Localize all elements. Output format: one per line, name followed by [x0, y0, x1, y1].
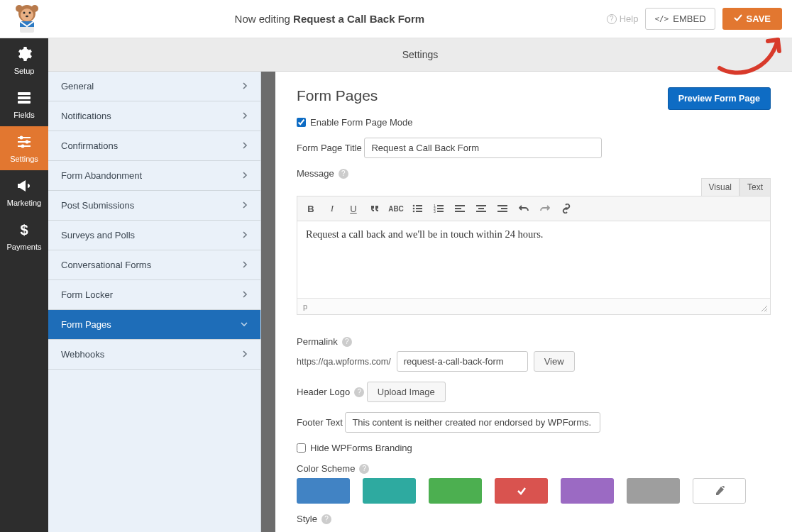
color-swatch[interactable]: [429, 478, 482, 504]
help-tooltip-icon[interactable]: ?: [339, 169, 348, 179]
chevron-right-icon: [242, 260, 248, 270]
settings-menu-label: Notifications: [61, 111, 111, 121]
underline-icon[interactable]: U: [346, 201, 361, 216]
settings-menu-item-general[interactable]: General: [48, 72, 260, 101]
svg-rect-35: [478, 208, 484, 209]
svg-text:$: $: [20, 222, 28, 238]
resize-handle-icon[interactable]: [761, 305, 768, 312]
strike-icon[interactable]: ABC: [388, 201, 404, 216]
panel-header: Settings: [48, 38, 792, 72]
embed-button[interactable]: </> EMBED: [645, 8, 715, 30]
align-left-icon[interactable]: [452, 201, 468, 216]
enable-form-page-mode-checkbox[interactable]: [297, 118, 306, 127]
wysiwyg-editor: B I U ABC 123: [297, 196, 771, 315]
permalink-view-button[interactable]: View: [534, 351, 575, 372]
permalink-prefix: https://qa.wpforms.com/: [297, 357, 391, 367]
nav-marketing[interactable]: Marketing: [0, 170, 48, 214]
align-center-icon[interactable]: [473, 201, 489, 216]
editing-prefix: Now editing: [235, 13, 294, 25]
color-swatch[interactable]: [297, 478, 350, 504]
sliders-icon: [0, 133, 48, 152]
panel-resize-gutter[interactable]: [261, 72, 275, 532]
italic-icon[interactable]: I: [324, 201, 340, 216]
settings-menu-item-confirmations[interactable]: Confirmations: [48, 131, 260, 161]
settings-menu-item-conversational-forms[interactable]: Conversational Forms: [48, 250, 260, 280]
svg-rect-10: [18, 96, 31, 99]
chevron-down-icon: [241, 319, 248, 330]
svg-rect-31: [455, 205, 465, 206]
link-icon[interactable]: [559, 201, 574, 216]
nav-payments[interactable]: $ Payments: [0, 214, 48, 258]
svg-rect-33: [455, 211, 465, 212]
color-swatch[interactable]: [561, 478, 614, 504]
chevron-right-icon: [242, 349, 248, 360]
top-bar: Now editing Request a Call Back Form ? H…: [0, 0, 792, 38]
svg-rect-39: [497, 211, 507, 212]
settings-menu-item-post-submissions[interactable]: Post Submissions: [48, 191, 260, 221]
hide-branding-checkbox[interactable]: [297, 443, 306, 453]
nav-setup[interactable]: Setup: [0, 38, 48, 82]
bold-icon[interactable]: B: [303, 201, 319, 216]
settings-menu-item-form-locker[interactable]: Form Locker: [48, 280, 260, 310]
settings-menu-item-form-pages[interactable]: Form Pages: [48, 310, 260, 340]
save-button[interactable]: SAVE: [722, 8, 782, 30]
color-swatch[interactable]: [363, 478, 416, 504]
editor-tab-text[interactable]: Text: [739, 178, 771, 196]
svg-rect-24: [416, 211, 422, 212]
svg-rect-26: [437, 205, 444, 206]
svg-rect-22: [416, 208, 422, 209]
svg-rect-11: [18, 101, 31, 104]
nav-fields[interactable]: Fields: [0, 82, 48, 126]
svg-point-16: [26, 140, 29, 144]
help-tooltip-icon[interactable]: ?: [354, 387, 364, 397]
bullet-list-icon[interactable]: [409, 201, 425, 216]
svg-point-21: [413, 208, 415, 210]
check-icon: [734, 13, 742, 24]
blockquote-icon[interactable]: [367, 201, 383, 216]
bullhorn-icon: [0, 177, 48, 196]
chevron-right-icon: [242, 81, 248, 92]
chevron-right-icon: [242, 200, 248, 211]
permalink-slug-input[interactable]: [397, 351, 528, 372]
enable-form-page-mode-wrap[interactable]: Enable Form Page Mode: [297, 117, 771, 128]
panel-area: Settings GeneralNotificationsConfirmatio…: [48, 38, 792, 532]
help-tooltip-icon[interactable]: ?: [359, 464, 369, 474]
color-swatch[interactable]: [495, 478, 548, 504]
nav-settings[interactable]: Settings: [0, 126, 48, 170]
color-scheme-label: Color Scheme ?: [297, 463, 369, 474]
upload-image-button[interactable]: Upload Image: [367, 382, 446, 402]
preview-form-page-button[interactable]: Preview Form Page: [668, 87, 771, 110]
svg-point-23: [413, 211, 415, 213]
chevron-right-icon: [242, 230, 248, 240]
permalink-label: Permalink ?: [297, 336, 352, 347]
color-picker-button[interactable]: [693, 478, 746, 504]
message-label: Message ?: [297, 168, 348, 179]
editor-status-bar: p: [297, 298, 770, 314]
hide-branding-wrap[interactable]: Hide WPForms Branding: [297, 443, 771, 453]
help-link[interactable]: ? Help: [607, 13, 639, 24]
style-label: Style ?: [297, 514, 331, 524]
align-right-icon[interactable]: [495, 201, 510, 216]
form-page-title-input[interactable]: [364, 138, 602, 158]
settings-menu-item-surveys-and-polls[interactable]: Surveys and Polls: [48, 221, 260, 250]
code-icon: </>: [654, 14, 669, 23]
help-tooltip-icon[interactable]: ?: [321, 514, 331, 524]
editor-tab-visual[interactable]: Visual: [701, 178, 739, 196]
settings-menu-item-form-abandonment[interactable]: Form Abandonment: [48, 161, 260, 191]
svg-point-3: [21, 9, 33, 21]
page-title: Now editing Request a Call Back Form: [53, 13, 607, 25]
undo-icon[interactable]: [516, 201, 532, 216]
footer-text-input[interactable]: [345, 412, 600, 433]
form-name: Request a Call Back Form: [293, 13, 424, 25]
numbered-list-icon[interactable]: 123: [431, 201, 446, 216]
settings-menu-item-notifications[interactable]: Notifications: [48, 101, 260, 131]
sidebar-nav: Setup Fields Settings Marketing $ Paymen…: [0, 38, 48, 532]
settings-menu-item-webhooks[interactable]: Webhooks: [48, 340, 260, 370]
settings-menu-label: Form Locker: [61, 289, 113, 300]
chevron-right-icon: [242, 170, 248, 181]
editor-body[interactable]: Request a call back and we'll be in touc…: [297, 221, 770, 298]
color-swatch[interactable]: [627, 478, 680, 504]
help-tooltip-icon[interactable]: ?: [342, 337, 352, 347]
svg-rect-34: [476, 205, 486, 206]
redo-icon[interactable]: [537, 201, 553, 216]
